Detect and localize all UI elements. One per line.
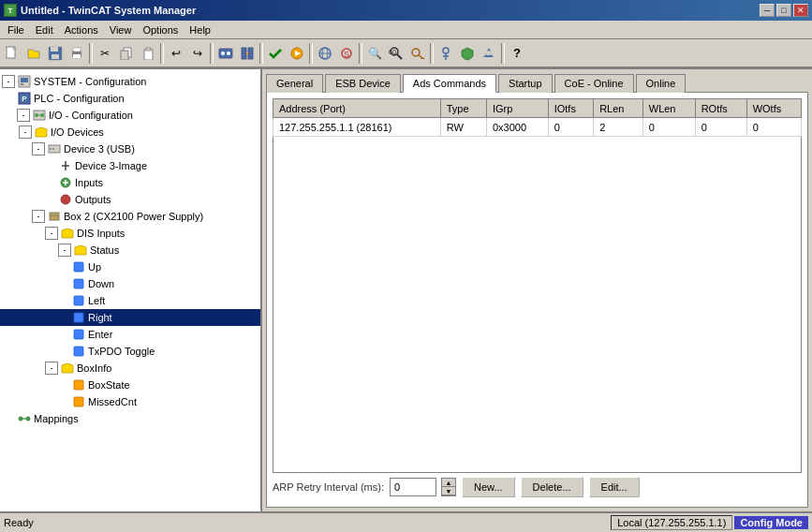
toolbar: ✂ ↩ ↪ S 🔍 60 ? (0, 39, 812, 67)
tb-recycle[interactable] (479, 43, 499, 64)
tb-print[interactable] (66, 43, 87, 64)
tb-activate[interactable] (287, 43, 307, 64)
tree-item-plc[interactable]: P PLC - Configuration (0, 90, 260, 107)
expander-boxinfo[interactable]: - (45, 362, 58, 375)
arp-input[interactable] (390, 478, 436, 496)
minimize-button[interactable]: ─ (760, 4, 775, 17)
arp-spinner[interactable]: ▲ ▼ (441, 478, 456, 496)
tree-item-right[interactable]: Right (0, 309, 260, 326)
tb-open[interactable] (23, 43, 44, 64)
icon-enter (71, 328, 86, 341)
tb-net2[interactable]: S (336, 43, 357, 64)
tree-item-up[interactable]: Up (0, 259, 260, 275)
tree-item-mappings[interactable]: Mappings (0, 410, 260, 427)
expander-system[interactable]: - (2, 75, 15, 88)
tab-ads-commands[interactable]: Ads Commands (403, 74, 496, 93)
tree-item-missedcnt[interactable]: MissedCnt (0, 393, 260, 410)
tab-esb[interactable]: ESB Device (325, 74, 401, 93)
svg-rect-59 (74, 313, 83, 322)
tb-key[interactable] (407, 43, 428, 64)
tb-copy[interactable] (116, 43, 137, 64)
new-button[interactable]: New... (462, 477, 515, 497)
expander-box2[interactable]: - (32, 210, 45, 223)
tree-item-system[interactable]: - SYSTEM - Configuration (0, 73, 260, 90)
tb-save[interactable] (45, 43, 66, 64)
icon-boxinfo (60, 362, 75, 375)
menu-bar: File Edit Actions View Options Help (0, 21, 812, 39)
tb-sep6 (359, 43, 362, 64)
tree-label-enter: Enter (88, 329, 112, 340)
tree-label-plc: PLC - Configuration (34, 93, 125, 104)
tree-label-boxinfo: BoxInfo (77, 362, 111, 374)
col-iotfs: IOtfs (548, 99, 593, 118)
edit-button[interactable]: Edit... (589, 477, 640, 497)
menu-actions[interactable]: Actions (59, 22, 104, 37)
tree-item-enter[interactable]: Enter (0, 326, 260, 343)
tree-item-outputs[interactable]: Outputs (0, 191, 260, 208)
tb-check[interactable] (265, 43, 286, 64)
spin-down-btn[interactable]: ▼ (442, 487, 455, 495)
tree-label-down: Down (88, 278, 114, 289)
svg-rect-57 (74, 279, 83, 288)
delete-button[interactable]: Delete... (521, 477, 583, 497)
tree-item-status[interactable]: - Status (0, 242, 260, 259)
close-button[interactable]: ✕ (793, 4, 808, 17)
icon-system (17, 75, 32, 88)
tb-shield[interactable] (457, 43, 478, 64)
expander-status[interactable]: - (58, 244, 71, 257)
tab-coe-online[interactable]: CoE - Online (554, 74, 634, 93)
tree-item-left[interactable]: Left (0, 292, 260, 309)
tab-general[interactable]: General (266, 74, 323, 93)
tb-search[interactable]: 🔍 (364, 43, 385, 64)
tb-zoom[interactable]: 60 (386, 43, 406, 64)
tb-io[interactable] (237, 43, 258, 64)
expander-io[interactable]: - (17, 109, 30, 122)
menu-edit[interactable]: Edit (30, 22, 59, 37)
tree-item-boxinfo[interactable]: - BoxInfo (0, 360, 260, 377)
menu-view[interactable]: View (104, 22, 138, 37)
tree-item-boxstate[interactable]: BoxState (0, 377, 260, 393)
svg-rect-63 (74, 397, 83, 406)
tb-cut[interactable]: ✂ (95, 43, 115, 64)
tree-item-io[interactable]: - I/O - Configuration (0, 107, 260, 124)
tree-item-device3[interactable]: - Device 3 (USB) (0, 140, 260, 157)
tab-startup[interactable]: Startup (498, 74, 552, 93)
expander-device3[interactable]: - (32, 142, 45, 155)
tree-item-box2[interactable]: - Box 2 (CX2100 Power Supply) (0, 208, 260, 225)
icon-device3 (47, 142, 62, 155)
menu-file[interactable]: File (2, 22, 30, 37)
restore-button[interactable]: □ (776, 4, 791, 17)
tree-item-down[interactable]: Down (0, 275, 260, 292)
tree-item-inputs[interactable]: Inputs (0, 174, 260, 191)
tree-label-iodevices: I/O Devices (51, 126, 104, 138)
spin-up-btn[interactable]: ▲ (442, 479, 455, 487)
icon-inputs (58, 176, 73, 189)
tb-help[interactable]: ? (507, 43, 527, 64)
tree-item-txpdo[interactable]: TxPDO Toggle (0, 343, 260, 360)
tb-paste[interactable] (138, 43, 158, 64)
svg-rect-56 (74, 262, 83, 272)
status-bar: Ready Local (127.255.255.1.1) Config Mod… (0, 511, 812, 532)
tb-net[interactable] (315, 43, 335, 64)
icon-txpdo (71, 345, 86, 358)
tree-item-device3img[interactable]: Device 3-Image (0, 157, 260, 174)
tab-online[interactable]: Online (636, 74, 687, 93)
tree-label-system: SYSTEM - Configuration (34, 76, 146, 87)
tb-redo[interactable]: ↪ (187, 43, 208, 64)
tb-undo[interactable]: ↩ (166, 43, 186, 64)
menu-options[interactable]: Options (137, 22, 184, 37)
col-address: Address (Port) (273, 99, 441, 118)
tb-antenna[interactable] (436, 43, 456, 64)
tb-config[interactable] (215, 43, 236, 64)
menu-help[interactable]: Help (184, 22, 216, 37)
col-type: Type (440, 99, 486, 118)
app-icon: T (4, 4, 17, 17)
expander-iodevices[interactable]: - (19, 126, 32, 139)
expander-disinputs[interactable]: - (45, 227, 58, 240)
tree-item-iodevices[interactable]: - I/O Devices (0, 124, 260, 140)
tree-item-disinputs[interactable]: - DIS Inputs (0, 225, 260, 242)
icon-mappings (17, 412, 32, 425)
tb-new[interactable] (2, 43, 22, 64)
svg-rect-12 (144, 50, 153, 60)
table-row[interactable]: 127.255.255.1.1 (28161) RW 0x3000 0 2 0 … (273, 118, 802, 137)
